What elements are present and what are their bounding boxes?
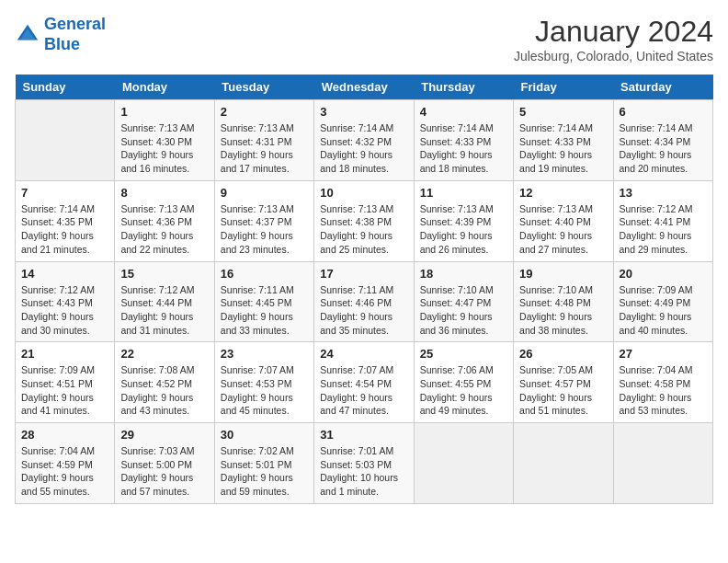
calendar-title: January 2024 bbox=[514, 15, 713, 49]
day-number: 9 bbox=[221, 186, 308, 200]
day-info: Sunrise: 7:13 AM Sunset: 4:38 PM Dayligh… bbox=[320, 202, 407, 257]
day-number: 14 bbox=[21, 267, 108, 281]
calendar-cell: 28Sunrise: 7:04 AM Sunset: 4:59 PM Dayli… bbox=[16, 423, 115, 504]
calendar-cell: 15Sunrise: 7:12 AM Sunset: 4:44 PM Dayli… bbox=[115, 261, 214, 342]
column-header-wednesday: Wednesday bbox=[314, 75, 414, 100]
calendar-cell: 18Sunrise: 7:10 AM Sunset: 4:47 PM Dayli… bbox=[414, 261, 513, 342]
calendar-cell: 24Sunrise: 7:07 AM Sunset: 4:54 PM Dayli… bbox=[314, 342, 414, 423]
calendar-cell: 2Sunrise: 7:13 AM Sunset: 4:31 PM Daylig… bbox=[214, 100, 313, 181]
calendar-subtitle: Julesburg, Colorado, United States bbox=[514, 49, 713, 63]
calendar-cell: 3Sunrise: 7:14 AM Sunset: 4:32 PM Daylig… bbox=[314, 100, 414, 181]
day-info: Sunrise: 7:07 AM Sunset: 4:53 PM Dayligh… bbox=[221, 363, 308, 418]
logo-icon bbox=[15, 22, 40, 48]
day-number: 28 bbox=[21, 428, 108, 442]
calendar-cell: 30Sunrise: 7:02 AM Sunset: 5:01 PM Dayli… bbox=[214, 423, 313, 504]
column-header-saturday: Saturday bbox=[613, 75, 712, 100]
calendar-cell: 26Sunrise: 7:05 AM Sunset: 4:57 PM Dayli… bbox=[514, 342, 613, 423]
day-number: 6 bbox=[620, 105, 707, 119]
day-info: Sunrise: 7:12 AM Sunset: 4:41 PM Dayligh… bbox=[620, 202, 707, 257]
calendar-cell: 8Sunrise: 7:13 AM Sunset: 4:36 PM Daylig… bbox=[115, 180, 214, 261]
column-header-thursday: Thursday bbox=[414, 75, 513, 100]
calendar-cell: 25Sunrise: 7:06 AM Sunset: 4:55 PM Dayli… bbox=[414, 342, 513, 423]
day-number: 10 bbox=[320, 186, 407, 200]
week-row-2: 7Sunrise: 7:14 AM Sunset: 4:35 PM Daylig… bbox=[16, 180, 713, 261]
day-number: 2 bbox=[221, 105, 308, 119]
day-info: Sunrise: 7:02 AM Sunset: 5:01 PM Dayligh… bbox=[221, 444, 308, 499]
calendar-cell: 27Sunrise: 7:04 AM Sunset: 4:58 PM Dayli… bbox=[613, 342, 712, 423]
calendar-cell: 22Sunrise: 7:08 AM Sunset: 4:52 PM Dayli… bbox=[115, 342, 214, 423]
day-number: 15 bbox=[120, 267, 208, 281]
day-number: 4 bbox=[420, 105, 507, 119]
day-info: Sunrise: 7:08 AM Sunset: 4:52 PM Dayligh… bbox=[120, 363, 208, 418]
column-header-monday: Monday bbox=[115, 75, 214, 100]
day-info: Sunrise: 7:14 AM Sunset: 4:34 PM Dayligh… bbox=[620, 121, 707, 176]
day-info: Sunrise: 7:09 AM Sunset: 4:51 PM Dayligh… bbox=[21, 363, 108, 418]
day-number: 21 bbox=[21, 347, 108, 361]
day-info: Sunrise: 7:06 AM Sunset: 4:55 PM Dayligh… bbox=[420, 363, 507, 418]
calendar-table: SundayMondayTuesdayWednesdayThursdayFrid… bbox=[15, 75, 713, 504]
day-number: 8 bbox=[120, 186, 208, 200]
day-number: 24 bbox=[320, 347, 407, 361]
calendar-cell: 31Sunrise: 7:01 AM Sunset: 5:03 PM Dayli… bbox=[314, 423, 414, 504]
day-number: 30 bbox=[221, 428, 308, 442]
day-info: Sunrise: 7:11 AM Sunset: 4:45 PM Dayligh… bbox=[221, 283, 308, 338]
day-info: Sunrise: 7:13 AM Sunset: 4:40 PM Dayligh… bbox=[519, 202, 607, 257]
day-info: Sunrise: 7:13 AM Sunset: 4:39 PM Dayligh… bbox=[420, 202, 507, 257]
day-info: Sunrise: 7:01 AM Sunset: 5:03 PM Dayligh… bbox=[320, 444, 407, 499]
day-number: 7 bbox=[21, 186, 108, 200]
calendar-header-row: SundayMondayTuesdayWednesdayThursdayFrid… bbox=[16, 75, 713, 100]
calendar-cell: 11Sunrise: 7:13 AM Sunset: 4:39 PM Dayli… bbox=[414, 180, 513, 261]
day-info: Sunrise: 7:04 AM Sunset: 4:58 PM Dayligh… bbox=[620, 363, 707, 418]
week-row-3: 14Sunrise: 7:12 AM Sunset: 4:43 PM Dayli… bbox=[16, 261, 713, 342]
day-number: 3 bbox=[320, 105, 407, 119]
calendar-cell: 20Sunrise: 7:09 AM Sunset: 4:49 PM Dayli… bbox=[613, 261, 712, 342]
title-section: January 2024 Julesburg, Colorado, United… bbox=[514, 15, 713, 63]
calendar-cell: 14Sunrise: 7:12 AM Sunset: 4:43 PM Dayli… bbox=[16, 261, 115, 342]
calendar-cell bbox=[613, 423, 712, 504]
day-number: 13 bbox=[620, 186, 707, 200]
calendar-cell: 19Sunrise: 7:10 AM Sunset: 4:48 PM Dayli… bbox=[514, 261, 613, 342]
calendar-cell: 13Sunrise: 7:12 AM Sunset: 4:41 PM Dayli… bbox=[613, 180, 712, 261]
calendar-cell: 5Sunrise: 7:14 AM Sunset: 4:33 PM Daylig… bbox=[514, 100, 613, 181]
day-number: 5 bbox=[519, 105, 607, 119]
week-row-4: 21Sunrise: 7:09 AM Sunset: 4:51 PM Dayli… bbox=[16, 342, 713, 423]
day-number: 19 bbox=[519, 267, 607, 281]
day-number: 31 bbox=[320, 428, 407, 442]
calendar-body: 1Sunrise: 7:13 AM Sunset: 4:30 PM Daylig… bbox=[16, 100, 713, 504]
day-info: Sunrise: 7:12 AM Sunset: 4:44 PM Dayligh… bbox=[120, 283, 208, 338]
day-info: Sunrise: 7:13 AM Sunset: 4:36 PM Dayligh… bbox=[120, 202, 208, 257]
day-number: 27 bbox=[620, 347, 707, 361]
day-info: Sunrise: 7:05 AM Sunset: 4:57 PM Dayligh… bbox=[519, 363, 607, 418]
logo-text: General Blue bbox=[44, 15, 106, 54]
calendar-cell bbox=[514, 423, 613, 504]
day-info: Sunrise: 7:13 AM Sunset: 4:31 PM Dayligh… bbox=[221, 121, 308, 176]
day-info: Sunrise: 7:07 AM Sunset: 4:54 PM Dayligh… bbox=[320, 363, 407, 418]
day-info: Sunrise: 7:10 AM Sunset: 4:47 PM Dayligh… bbox=[420, 283, 507, 338]
week-row-5: 28Sunrise: 7:04 AM Sunset: 4:59 PM Dayli… bbox=[16, 423, 713, 504]
calendar-cell: 23Sunrise: 7:07 AM Sunset: 4:53 PM Dayli… bbox=[214, 342, 313, 423]
day-info: Sunrise: 7:09 AM Sunset: 4:49 PM Dayligh… bbox=[620, 283, 707, 338]
day-number: 11 bbox=[420, 186, 507, 200]
day-info: Sunrise: 7:14 AM Sunset: 4:33 PM Dayligh… bbox=[519, 121, 607, 176]
calendar-cell bbox=[16, 100, 115, 181]
calendar-cell: 1Sunrise: 7:13 AM Sunset: 4:30 PM Daylig… bbox=[115, 100, 214, 181]
day-number: 1 bbox=[120, 105, 208, 119]
page-header: General Blue January 2024 Julesburg, Col… bbox=[15, 15, 713, 63]
day-number: 18 bbox=[420, 267, 507, 281]
calendar-cell: 17Sunrise: 7:11 AM Sunset: 4:46 PM Dayli… bbox=[314, 261, 414, 342]
calendar-cell bbox=[414, 423, 513, 504]
calendar-cell: 6Sunrise: 7:14 AM Sunset: 4:34 PM Daylig… bbox=[613, 100, 712, 181]
day-number: 25 bbox=[420, 347, 507, 361]
day-number: 20 bbox=[620, 267, 707, 281]
day-info: Sunrise: 7:13 AM Sunset: 4:30 PM Dayligh… bbox=[120, 121, 208, 176]
calendar-cell: 12Sunrise: 7:13 AM Sunset: 4:40 PM Dayli… bbox=[514, 180, 613, 261]
day-info: Sunrise: 7:14 AM Sunset: 4:35 PM Dayligh… bbox=[21, 202, 108, 257]
day-number: 26 bbox=[519, 347, 607, 361]
week-row-1: 1Sunrise: 7:13 AM Sunset: 4:30 PM Daylig… bbox=[16, 100, 713, 181]
day-number: 16 bbox=[221, 267, 308, 281]
calendar-cell: 9Sunrise: 7:13 AM Sunset: 4:37 PM Daylig… bbox=[214, 180, 313, 261]
day-number: 22 bbox=[120, 347, 208, 361]
calendar-cell: 29Sunrise: 7:03 AM Sunset: 5:00 PM Dayli… bbox=[115, 423, 214, 504]
day-info: Sunrise: 7:10 AM Sunset: 4:48 PM Dayligh… bbox=[519, 283, 607, 338]
day-number: 12 bbox=[519, 186, 607, 200]
